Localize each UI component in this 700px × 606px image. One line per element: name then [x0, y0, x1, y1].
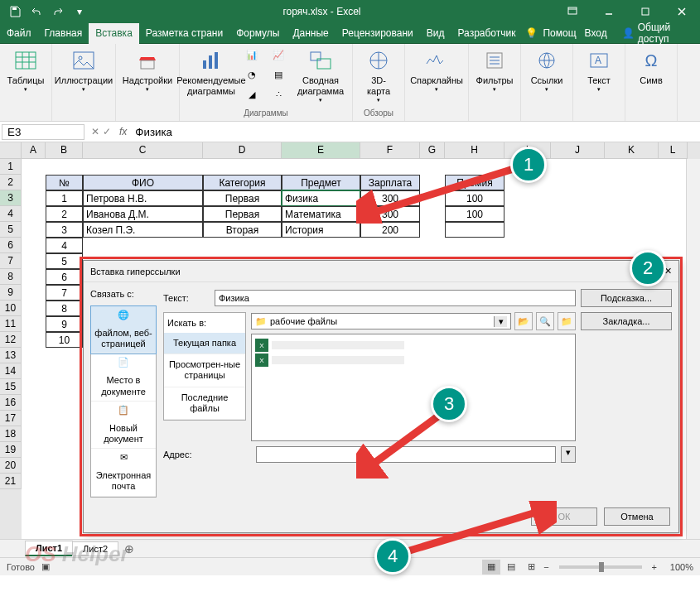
col-J[interactable]: J — [551, 142, 605, 159]
file-item[interactable]: X — [255, 338, 572, 353]
tab-developer[interactable]: Разработчик — [451, 23, 522, 44]
file-item[interactable]: X — [255, 353, 572, 368]
cell-B4[interactable]: 2 — [46, 206, 83, 222]
tab-formulas[interactable]: Формулы — [229, 23, 286, 44]
row-16[interactable]: 16 — [0, 395, 22, 411]
row-18[interactable]: 18 — [0, 426, 22, 442]
row-15[interactable]: 15 — [0, 379, 22, 395]
row-10[interactable]: 10 — [0, 301, 22, 316]
row-7[interactable]: 7 — [0, 253, 22, 269]
tab-review[interactable]: Рецензировани — [336, 23, 420, 44]
zoom-out-icon[interactable]: − — [540, 562, 552, 572]
screentip-button[interactable]: Подсказка... — [581, 289, 672, 307]
link-type-place[interactable]: 📄 Место в документе — [91, 354, 156, 401]
tab-file[interactable]: Файл — [0, 23, 38, 44]
redo-icon[interactable] — [48, 2, 68, 21]
minimize-icon[interactable] — [591, 0, 627, 23]
cell-E5[interactable]: История — [282, 222, 360, 238]
row-1[interactable]: 1 — [0, 159, 22, 175]
col-C[interactable]: C — [83, 142, 203, 159]
chart-gallery[interactable]: 📊 📈 ◔ ▤ ◢ ∴ — [239, 46, 292, 103]
cell-E2[interactable]: Предмет — [282, 175, 360, 190]
link-type-email[interactable]: ✉ Электронная почта — [91, 449, 156, 496]
column-chart-icon[interactable]: 📊 — [239, 46, 264, 64]
cell-E4[interactable]: Математика — [282, 206, 360, 222]
sparklines-button[interactable]: Спарклайны▾ — [410, 46, 463, 95]
row-13[interactable]: 13 — [0, 348, 22, 363]
pivot-chart-button[interactable]: Сводная диаграмма▾ — [294, 46, 347, 106]
undo-icon[interactable] — [27, 2, 46, 21]
row-11[interactable]: 11 — [0, 316, 22, 332]
col-L[interactable]: L — [659, 142, 688, 159]
tab-home[interactable]: Главная — [38, 23, 89, 44]
browse-web-icon[interactable]: 🔍 — [536, 312, 554, 330]
cell-F5[interactable]: 200 — [360, 222, 420, 238]
cell-B12[interactable]: 10 — [46, 332, 83, 348]
recommended-charts-button[interactable]: Рекомендуемые диаграммы — [185, 46, 238, 99]
cell-B9[interactable]: 7 — [46, 285, 83, 301]
cancel-button[interactable]: Отмена — [604, 507, 670, 526]
browse-tab-viewed[interactable]: Просмотрен-ные страницы — [164, 354, 245, 387]
row-3[interactable]: 3 — [0, 190, 22, 206]
cell-D2[interactable]: Категория — [203, 175, 282, 190]
map3d-button[interactable]: 3D-карта▾ — [358, 46, 399, 106]
tables-button[interactable]: Таблицы▾ — [5, 46, 46, 95]
bar-chart-icon[interactable]: ▤ — [266, 65, 291, 84]
zoom-slider[interactable] — [559, 565, 642, 569]
row-4[interactable]: 4 — [0, 206, 22, 222]
row-14[interactable]: 14 — [0, 363, 22, 379]
fx-icon[interactable]: fx — [116, 126, 130, 137]
qat-dropdown-icon[interactable]: ▾ — [70, 2, 89, 21]
tab-insert[interactable]: Вставка — [89, 23, 139, 44]
cell-B5[interactable]: 3 — [46, 222, 83, 238]
cell-D4[interactable]: Первая — [203, 206, 282, 222]
col-B[interactable]: B — [46, 142, 83, 159]
ribbon-options-icon[interactable] — [554, 0, 591, 23]
link-type-file[interactable]: 🌐 файлом, веб-страницей — [91, 306, 156, 354]
col-H[interactable]: H — [445, 142, 504, 159]
cell-B2[interactable]: № — [46, 175, 83, 190]
cell-C5[interactable]: Козел П.Э. — [83, 222, 203, 238]
formula-input[interactable] — [130, 124, 700, 140]
folder-dropdown[interactable]: 📁 рабочие файлы ▾ — [251, 313, 511, 329]
row-9[interactable]: 9 — [0, 285, 22, 301]
row-2[interactable]: 2 — [0, 175, 22, 190]
symbols-button[interactable]: ΩСимв — [630, 46, 672, 88]
zoom-in-icon[interactable]: + — [649, 562, 660, 572]
up-folder-icon[interactable]: 📂 — [514, 312, 533, 330]
row-6[interactable]: 6 — [0, 238, 22, 253]
login-link[interactable]: Вход — [578, 23, 614, 44]
tab-view[interactable]: Вид — [420, 23, 451, 44]
scatter-chart-icon[interactable]: ∴ — [266, 85, 291, 103]
cell-B10[interactable]: 8 — [46, 301, 83, 316]
area-chart-icon[interactable]: ◢ — [239, 85, 264, 103]
row-20[interactable]: 20 — [0, 458, 22, 474]
row-8[interactable]: 8 — [0, 269, 22, 285]
col-D[interactable]: D — [203, 142, 282, 159]
browse-tab-recent[interactable]: Последние файлы — [164, 387, 245, 420]
line-chart-icon[interactable]: 📈 — [266, 46, 291, 64]
save-icon[interactable] — [5, 2, 25, 21]
row-21[interactable]: 21 — [0, 474, 22, 489]
close-icon[interactable] — [664, 0, 700, 23]
vertical-scrollbar[interactable] — [686, 159, 700, 539]
bookmark-button[interactable]: Закладка... — [581, 312, 672, 330]
row-17[interactable]: 17 — [0, 411, 22, 426]
tab-data[interactable]: Данные — [286, 23, 335, 44]
page-break-view-icon[interactable]: ⊞ — [522, 560, 540, 575]
share-button[interactable]: 👤 Общий доступ — [616, 22, 700, 45]
address-dropdown-icon[interactable]: ▾ — [561, 446, 576, 463]
cell-C2[interactable]: ФИО — [83, 175, 203, 190]
row-12[interactable]: 12 — [0, 332, 22, 348]
cell-B6[interactable]: 4 — [46, 238, 83, 253]
lightbulb-icon[interactable]: 💡 — [522, 27, 541, 39]
zoom-level[interactable]: 100% — [660, 562, 693, 572]
browse-file-icon[interactable]: 📁 — [558, 312, 576, 330]
maximize-icon[interactable] — [627, 0, 664, 23]
cell-E3[interactable]: Физика — [282, 190, 360, 206]
col-A[interactable]: A — [22, 142, 46, 159]
row-19[interactable]: 19 — [0, 442, 22, 458]
links-button[interactable]: Ссылки▾ — [526, 46, 567, 95]
link-type-newdoc[interactable]: 📋 Новый документ — [91, 402, 156, 449]
cell-C4[interactable]: Иванова Д.М. — [83, 206, 203, 222]
